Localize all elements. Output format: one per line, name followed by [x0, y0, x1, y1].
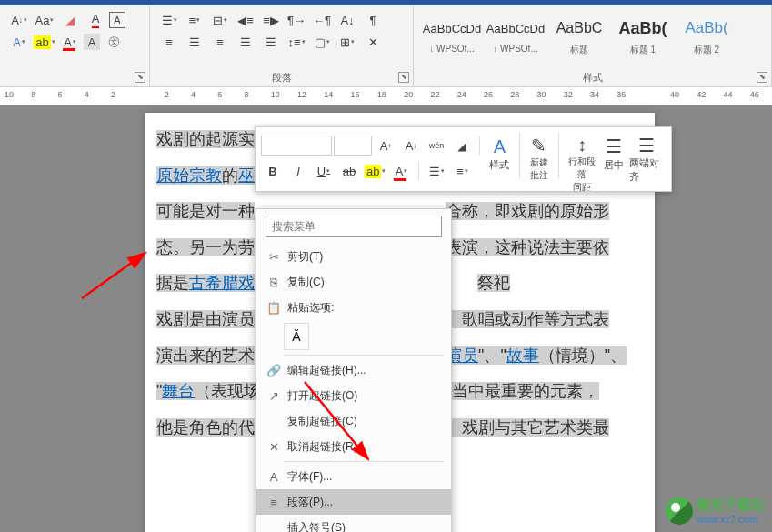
line-spacing[interactable]: ↕≡▾: [285, 31, 308, 53]
mini-styles[interactable]: A样式: [484, 133, 516, 184]
mini-grow[interactable]: A↑: [374, 134, 397, 157]
rtl[interactable]: ←¶: [310, 9, 334, 31]
menu-search[interactable]: [266, 216, 442, 237]
ctx-paste-options: 📋粘贴选项:: [256, 295, 451, 320]
mini-color[interactable]: A▾: [389, 159, 413, 183]
snap-grid[interactable]: ✕: [361, 31, 385, 53]
styles-label: 样式: [414, 71, 771, 85]
watermark-logo-icon: [666, 497, 693, 525]
paragraph-icon: ≡: [264, 496, 284, 509]
align-justify[interactable]: ☰: [234, 31, 257, 53]
align-left[interactable]: ≡: [157, 31, 181, 53]
char-border[interactable]: A: [109, 12, 125, 28]
mini-bold[interactable]: B: [261, 159, 285, 183]
copy-icon: ⎘: [264, 276, 284, 289]
style-2[interactable]: AaBbCcDd↓ WPSOf...: [485, 10, 546, 61]
align-dist[interactable]: ☰: [259, 31, 283, 53]
style-5[interactable]: AaBb(标题 2: [676, 10, 737, 61]
numbering[interactable]: ≡▾: [183, 9, 206, 31]
font-size-dec[interactable]: A↓▾: [7, 9, 31, 31]
mini-italic[interactable]: I: [286, 159, 310, 183]
ctx-insert-symbol[interactable]: 插入符号(S): [256, 515, 451, 532]
style-3[interactable]: AaBbC标题: [548, 10, 610, 61]
indent-inc[interactable]: ≡▶: [259, 9, 283, 31]
paragraph-group: ☰▾ ≡▾ ⊟▾ ◀≡ ≡▶ ¶→ ←¶ A↓ ¶ ≡ ☰ ≡ ☰ ☰ ↕≡▾ …: [150, 5, 414, 86]
mini-justify[interactable]: ☰两端对齐: [627, 133, 666, 184]
font-icon: A: [264, 470, 284, 484]
ctx-paragraph[interactable]: ≡段落(P)...: [256, 489, 451, 515]
ltr[interactable]: ¶→: [285, 9, 308, 31]
clipboard-icon: 📋: [264, 301, 284, 315]
mini-numbering[interactable]: ≡▾: [450, 159, 474, 183]
link-open-icon: ↗: [264, 389, 284, 403]
font-group: A↓▾ Aa▾ ◢ A A A▾ ab▾ A▾ A ㉆ ⬊: [0, 5, 150, 86]
ribbon: A↓▾ Aa▾ ◢ A A A▾ ab▾ A▾ A ㉆ ⬊ ☰▾ ≡▾ ⊟▾ ◀…: [0, 5, 772, 87]
watermark: 极光下载站 www.xz7.com: [666, 497, 765, 525]
mini-highlight[interactable]: ab▾: [363, 159, 387, 183]
char-shading[interactable]: A: [84, 34, 100, 50]
text-effects[interactable]: A▾: [7, 31, 31, 53]
paste-keep-text[interactable]: Ă: [284, 323, 309, 350]
sort[interactable]: A↓: [336, 9, 359, 31]
link-edit-icon: 🔗: [264, 364, 284, 377]
font-color[interactable]: A▾: [58, 31, 82, 53]
font-expand[interactable]: ⬊: [135, 72, 145, 83]
highlight[interactable]: ab▾: [33, 31, 56, 53]
scissors-icon: ✂: [264, 250, 284, 264]
mini-phonetic[interactable]: wén: [425, 134, 448, 157]
change-case[interactable]: Aa▾: [33, 9, 56, 31]
indent-dec[interactable]: ◀≡: [234, 9, 257, 31]
shading[interactable]: ▢▾: [310, 31, 334, 53]
style-1[interactable]: AaBbCcDd↓ WPSOf...: [421, 10, 483, 61]
mini-center[interactable]: ☰居中: [601, 133, 627, 184]
mini-shrink[interactable]: A↓: [399, 134, 423, 157]
align-right[interactable]: ≡: [208, 31, 232, 53]
ctx-font[interactable]: A字体(F)...: [256, 464, 451, 489]
context-menu: ✂剪切(T) ⎘复制(C) 📋粘贴选项: Ă 🔗编辑超链接(H)... ↗打开超…: [256, 208, 452, 532]
mini-bullets[interactable]: ☰▾: [425, 159, 448, 183]
styles-expand[interactable]: ⬊: [757, 72, 767, 83]
paragraph-label: 段落: [150, 71, 413, 85]
ctx-remove-link[interactable]: ✕取消超链接(R): [256, 434, 451, 459]
mini-toolbar: A↑ A↓ wén ◢ B I U▾ ab ab▾ A▾ ☰▾ ≡▾ A样式 ✎…: [255, 126, 672, 192]
multilevel[interactable]: ⊟▾: [208, 9, 232, 31]
mini-font-size[interactable]: [334, 136, 372, 156]
phonetic[interactable]: A: [84, 9, 107, 31]
ctx-cut[interactable]: ✂剪切(T): [256, 244, 451, 269]
mini-strike[interactable]: ab: [337, 159, 361, 183]
mini-font-name[interactable]: [261, 136, 332, 156]
mini-new-comment[interactable]: ✎新建 批注: [523, 133, 555, 184]
ctx-copy-link[interactable]: 复制超链接(C): [256, 408, 451, 434]
styles-group: AaBbCcDd↓ WPSOf... AaBbCcDd↓ WPSOf... Aa…: [414, 5, 772, 86]
mini-clear[interactable]: ◢: [450, 134, 474, 157]
enclose-char[interactable]: ㉆: [102, 31, 125, 53]
clear-format[interactable]: ◢: [58, 9, 82, 31]
bullets[interactable]: ☰▾: [157, 9, 181, 31]
ruler[interactable]: 1086422468101214161820222426283032343640…: [0, 87, 772, 105]
borders[interactable]: ⊞▾: [336, 31, 359, 53]
para-expand[interactable]: ⬊: [398, 72, 409, 83]
ctx-edit-link[interactable]: 🔗编辑超链接(H)...: [256, 357, 451, 383]
mini-underline[interactable]: U▾: [312, 159, 336, 183]
align-center[interactable]: ☰: [183, 31, 206, 53]
show-marks[interactable]: ¶: [361, 9, 385, 31]
ctx-copy[interactable]: ⎘复制(C): [256, 269, 451, 295]
style-4[interactable]: AaBb(标题 1: [612, 10, 674, 61]
link-remove-icon: ✕: [264, 440, 284, 454]
mini-line-spacing[interactable]: ↕行和段落 间距: [563, 133, 601, 184]
ctx-open-link[interactable]: ↗打开超链接(O): [256, 383, 451, 408]
